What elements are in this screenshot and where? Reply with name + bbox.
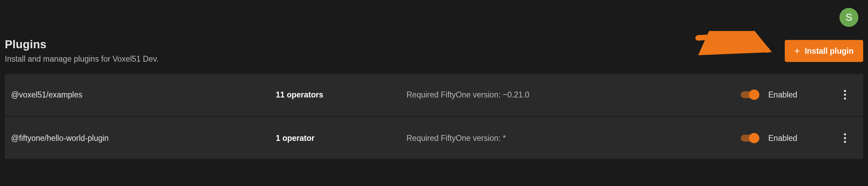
topbar: S xyxy=(0,0,868,34)
plugin-status-label: Enabled xyxy=(757,134,833,143)
plus-icon: + xyxy=(794,46,800,56)
avatar-letter: S xyxy=(845,11,852,23)
plugin-required-version: Required FiftyOne version: ~0.21.0 xyxy=(406,90,716,100)
page-header: Plugins Install and manage plugins for V… xyxy=(5,34,863,74)
enabled-toggle[interactable] xyxy=(741,135,757,142)
plugin-row: @fiftyone/hello-world-plugin 1 operator … xyxy=(5,117,863,159)
title-block: Plugins Install and manage plugins for V… xyxy=(5,38,159,64)
page-subtitle: Install and manage plugins for Voxel51 D… xyxy=(5,54,159,64)
plugin-required-version: Required FiftyOne version: * xyxy=(406,134,716,143)
install-plugin-label: Install plugin xyxy=(805,46,854,56)
install-plugin-button[interactable]: + Install plugin xyxy=(785,40,863,62)
plugin-status-label: Enabled xyxy=(757,90,833,100)
plugin-row: @voxel51/examples 11 operators Required … xyxy=(5,74,863,115)
plugin-list: @voxel51/examples 11 operators Required … xyxy=(5,74,863,159)
enabled-toggle[interactable] xyxy=(741,91,757,98)
avatar[interactable]: S xyxy=(839,8,858,27)
plugin-name: @voxel51/examples xyxy=(11,90,276,100)
plugin-operator-count: 1 operator xyxy=(276,134,406,143)
plugin-name: @fiftyone/hello-world-plugin xyxy=(11,134,276,143)
arrow-annotation-icon xyxy=(695,31,774,65)
page-content: Plugins Install and manage plugins for V… xyxy=(0,34,868,159)
row-menu-button[interactable] xyxy=(840,130,849,146)
page-title: Plugins xyxy=(5,38,159,51)
row-menu-button[interactable] xyxy=(840,86,849,103)
plugin-operator-count: 11 operators xyxy=(276,90,406,100)
